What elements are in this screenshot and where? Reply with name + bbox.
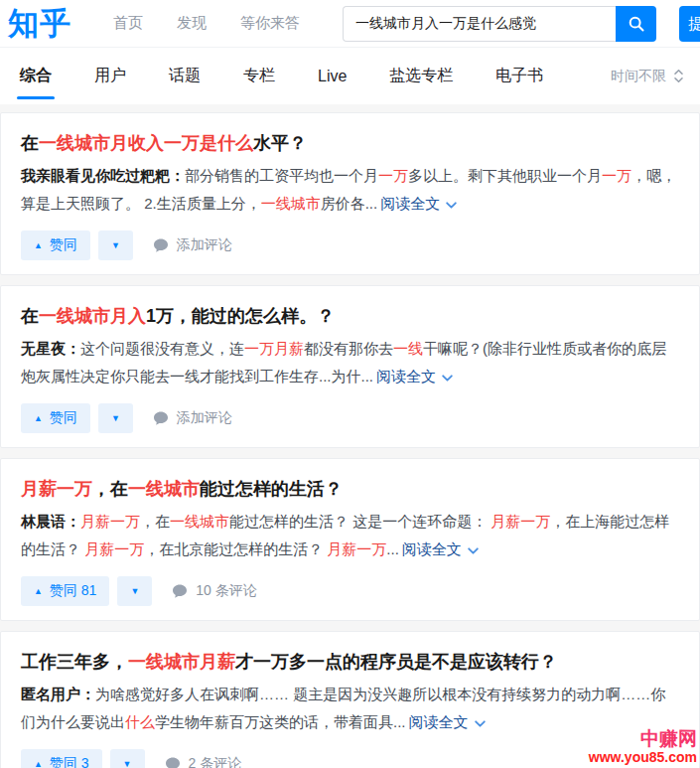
title-part: 工作三年多， — [21, 652, 128, 672]
comment-button[interactable]: 2 条评论 — [165, 755, 242, 768]
read-more-link[interactable]: 阅读全文 — [380, 190, 458, 218]
downvote-arrow-icon: ▼ — [130, 587, 139, 596]
nav-item-home[interactable]: 首页 — [113, 14, 143, 33]
result-title[interactable]: 工作三年多，一线城市月薪才一万多一点的程序员是不是应该转行？ — [21, 649, 679, 675]
title-part: 在 — [21, 133, 39, 153]
snippet-part: 一线 — [393, 340, 423, 357]
search-tabs: 综合用户话题专栏Live盐选专栏电子书 时间不限 — [0, 48, 700, 104]
ask-question-button[interactable]: 提 — [679, 6, 700, 42]
snippet-part: 月薪一万 — [327, 540, 386, 557]
upvote-button[interactable]: ▲ 赞同 3 — [21, 749, 102, 768]
result-card: 在一线城市月入1万，能过的怎么样。？ 无星夜：这个问题很没有意义，连一万月薪都没… — [0, 285, 700, 448]
snippet-part: ，在北京能过怎样的生活？ — [144, 540, 327, 557]
title-part: 1万，能过的怎么样。？ — [146, 306, 335, 326]
title-part: 能过怎样的生活？ — [200, 479, 343, 499]
result-actions: ▲ 赞同 ▼ 添加评论 — [21, 230, 679, 260]
read-more-link[interactable]: 阅读全文 — [409, 708, 487, 736]
comment-bubble-icon — [165, 756, 181, 768]
comment-label: 添加评论 — [177, 236, 232, 254]
title-part: 在 — [21, 306, 39, 326]
result-actions: ▲ 赞同 3 ▼ 2 条评论 — [21, 749, 679, 768]
result-title[interactable]: 在一线城市月入1万，能过的怎么样。？ — [21, 303, 679, 329]
downvote-arrow-icon: ▼ — [123, 760, 132, 768]
tab-5[interactable]: 盐选专栏 — [389, 48, 453, 104]
author-name[interactable]: 无星夜： — [21, 340, 80, 357]
snippet-part: 什么 — [125, 713, 155, 730]
tab-4[interactable]: Live — [318, 48, 347, 104]
result-snippet-text: 我亲眼看见你吃过粑粑：部分销售的工资平均也一个月一万多以上。剩下其他职业一个月一… — [21, 167, 676, 212]
search-icon — [628, 15, 645, 33]
comment-button[interactable]: 添加评论 — [153, 409, 232, 427]
comment-label: 10 条评论 — [196, 582, 256, 600]
tab-1[interactable]: 用户 — [94, 48, 126, 104]
upvote-button[interactable]: ▲ 赞同 — [21, 230, 90, 260]
upvote-label: 赞同 — [50, 236, 77, 254]
downvote-button[interactable]: ▼ — [110, 749, 145, 768]
snippet-part: 部分销售的工资平均也一个月 — [185, 167, 378, 184]
snippet-part: 一万月薪 — [244, 340, 304, 357]
title-part: 一线城市月薪 — [128, 652, 235, 672]
comment-button[interactable]: 10 条评论 — [172, 582, 256, 600]
snippet-part: 一线城市 — [170, 513, 229, 530]
upvote-label: 赞同 3 — [50, 755, 89, 768]
tab-6[interactable]: 电子书 — [495, 48, 543, 104]
title-part: 一线城市 — [128, 479, 200, 499]
upvote-button[interactable]: ▲ 赞同 — [21, 403, 90, 433]
author-name[interactable]: 林晨语： — [21, 513, 80, 530]
downvote-button[interactable]: ▼ — [117, 576, 152, 606]
nav-item-waiting-answer[interactable]: 等你来答 — [240, 14, 300, 33]
result-title[interactable]: 在一线城市月收入一万是什么水平？ — [21, 130, 679, 156]
result-title[interactable]: 月薪一万，在一线城市能过怎样的生活？ — [21, 476, 679, 502]
snippet-part: 月薪一万 — [84, 540, 144, 557]
snippet-part: 一线城市 — [261, 195, 321, 212]
comment-button[interactable]: 添加评论 — [153, 236, 232, 254]
title-part: 水平？ — [253, 133, 307, 153]
read-more-label: 阅读全文 — [409, 708, 469, 736]
search-bar — [343, 6, 656, 42]
downvote-button[interactable]: ▼ — [98, 230, 133, 260]
snippet-part: 一万 — [602, 167, 631, 184]
author-name[interactable]: 匿名用户： — [21, 686, 95, 702]
downvote-arrow-icon: ▼ — [111, 414, 120, 423]
upvote-button[interactable]: ▲ 赞同 81 — [21, 576, 109, 606]
author-name[interactable]: 我亲眼看见你吃过粑粑： — [21, 167, 185, 184]
upvote-arrow-icon: ▲ — [34, 587, 43, 596]
upvote-arrow-icon: ▲ — [34, 414, 43, 423]
snippet-part: 这个问题很没有意义，连 — [80, 340, 244, 357]
search-button[interactable] — [616, 6, 656, 42]
time-filter-dropdown[interactable]: 时间不限 — [611, 68, 684, 85]
tab-0[interactable]: 综合 — [20, 48, 52, 104]
upvote-arrow-icon: ▲ — [34, 241, 43, 250]
result-actions: ▲ 赞同 81 ▼ 10 条评论 — [21, 576, 679, 606]
snippet-part: 房价各... — [321, 195, 378, 212]
result-snippet: 无星夜：这个问题很没有意义，连一万月薪都没有那你去一线干嘛呢？(除非行业性质或者… — [21, 335, 679, 390]
upvote-label: 赞同 81 — [50, 582, 96, 600]
title-part: ，在 — [92, 479, 128, 499]
result-snippet: 林晨语：月薪一万，在一线城市能过怎样的生活？ 这是一个连环命题： 月薪一万，在上… — [21, 508, 679, 563]
nav-item-discover[interactable]: 发现 — [177, 14, 207, 33]
snippet-part: 都没有那你去 — [304, 340, 393, 357]
search-input[interactable] — [343, 6, 616, 42]
zhihu-logo[interactable]: 知乎 — [8, 8, 71, 39]
read-more-label: 阅读全文 — [376, 363, 436, 390]
title-part: 一线城市月入 — [39, 306, 146, 326]
result-snippet-text: 匿名用户：为啥感觉好多人在讽刺啊…… 题主是因为没兴趣所以根本没有持续努力的动力… — [21, 686, 665, 730]
read-more-label: 阅读全文 — [402, 536, 462, 563]
result-card: 在一线城市月收入一万是什么水平？ 我亲眼看见你吃过粑粑：部分销售的工资平均也一个… — [0, 112, 700, 275]
read-more-link[interactable]: 阅读全文 — [376, 363, 454, 390]
comment-label: 2 条评论 — [189, 755, 242, 768]
read-more-link[interactable]: 阅读全文 — [402, 536, 480, 563]
snippet-part: 月薪一万 — [490, 513, 550, 530]
results-list: 在一线城市月收入一万是什么水平？ 我亲眼看见你吃过粑粑：部分销售的工资平均也一个… — [0, 104, 700, 768]
snippet-part: 一万 — [378, 167, 408, 184]
snippet-part: ... — [386, 540, 399, 557]
top-nav: 首页 发现 等你来答 — [113, 14, 300, 33]
snippet-part: 学生物年薪百万这类的话，带着面具... — [155, 713, 406, 730]
snippet-part: ，在 — [140, 513, 170, 530]
tab-2[interactable]: 话题 — [169, 48, 201, 104]
downvote-button[interactable]: ▼ — [98, 403, 133, 433]
result-card: 月薪一万，在一线城市能过怎样的生活？ 林晨语：月薪一万，在一线城市能过怎样的生活… — [0, 458, 700, 621]
comment-label: 添加评论 — [177, 409, 232, 427]
tab-3[interactable]: 专栏 — [243, 48, 275, 104]
title-part: 一线城市月收入一万是什么 — [39, 133, 253, 153]
